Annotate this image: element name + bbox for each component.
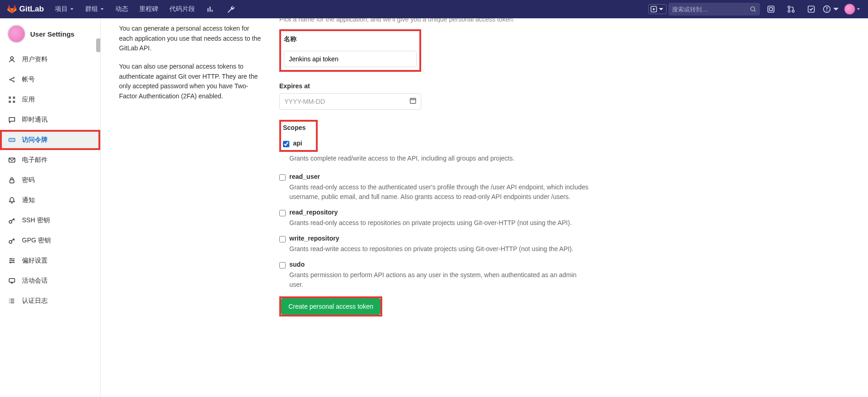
- calendar-icon[interactable]: [409, 97, 417, 106]
- avatar-icon: [844, 4, 855, 15]
- token-name-input[interactable]: [284, 51, 417, 67]
- sidebar-header[interactable]: User Settings: [0, 18, 100, 49]
- sidebar-item-label: 电子邮件: [22, 156, 48, 164]
- new-dropdown[interactable]: [648, 4, 667, 14]
- apps-icon: [8, 96, 16, 103]
- sidebar-item-label: 用户资料: [22, 55, 48, 64]
- sidebar-item-auth-log[interactable]: 认证日志: [0, 291, 100, 311]
- nav-activity[interactable]: 动态: [111, 0, 133, 18]
- scope-read-user-desc: Grants read-only access to the authentic…: [289, 182, 591, 201]
- list-icon: [8, 297, 16, 305]
- svg-point-10: [9, 79, 11, 80]
- help-dropdown[interactable]: [822, 0, 841, 18]
- svg-point-5: [788, 10, 790, 12]
- issues-link[interactable]: [762, 0, 780, 18]
- todos-link[interactable]: [802, 0, 820, 18]
- scopes-label: Scopes: [283, 124, 306, 131]
- sidebar-item-prefs[interactable]: 偏好设置: [0, 251, 100, 271]
- svg-rect-14: [13, 97, 15, 99]
- svg-rect-22: [10, 180, 14, 183]
- sidebar-item-label: 帐号: [22, 75, 35, 84]
- sidebar-item-chat[interactable]: 即时通讯: [0, 110, 100, 130]
- sidebar-item-label: 应用: [22, 96, 35, 104]
- scope-read-user-label[interactable]: read_user: [289, 173, 320, 180]
- sidebar-item-password[interactable]: 密码: [0, 170, 100, 190]
- sidebar-item-access-tokens[interactable]: 访问令牌: [0, 130, 100, 150]
- top-nav: GitLab 项目 群组 动态 里程碑 代码片段: [0, 0, 868, 18]
- sidebar-item-label: 通知: [22, 196, 35, 204]
- nav-snippets[interactable]: 代码片段: [165, 0, 200, 18]
- expires-input[interactable]: [279, 93, 421, 110]
- help-paragraph: You can also use personal access tokens …: [119, 62, 261, 102]
- nav-chart-icon[interactable]: [201, 0, 220, 18]
- sidebar-item-notifications[interactable]: 通知: [0, 190, 100, 210]
- key-icon: [8, 217, 16, 224]
- help-column: You can generate a personal access token…: [119, 18, 261, 397]
- global-search[interactable]: [668, 3, 760, 16]
- create-token-button[interactable]: Create personal access token: [281, 298, 380, 315]
- plus-icon: [651, 6, 657, 12]
- svg-point-1: [751, 7, 755, 11]
- search-input[interactable]: [672, 6, 750, 13]
- sidebar-item-profile[interactable]: 用户资料: [0, 49, 100, 70]
- form-intro: Pick a name for the application, and we'…: [279, 18, 591, 23]
- sidebar-item-label: 认证日志: [22, 297, 48, 305]
- chevron-down-icon: [832, 5, 840, 13]
- nav-project[interactable]: 项目: [50, 0, 79, 18]
- scope-read-user-checkbox[interactable]: [279, 174, 286, 181]
- chevron-down-icon: [70, 7, 74, 11]
- help-icon: [823, 5, 831, 13]
- nav-milestones[interactable]: 里程碑: [135, 0, 163, 18]
- scope-read-repository-label[interactable]: read_repository: [289, 209, 338, 216]
- scope-api-checkbox[interactable]: [283, 141, 289, 147]
- svg-point-26: [13, 260, 14, 262]
- scrollbar-thumb[interactable]: [96, 38, 101, 52]
- todo-icon: [807, 5, 815, 13]
- sidebar-item-gpg[interactable]: GPG 密钥: [0, 231, 100, 251]
- chevron-down-icon: [856, 7, 861, 11]
- user-icon: [8, 56, 16, 63]
- svg-point-29: [9, 299, 10, 300]
- scope-write-repository-checkbox[interactable]: [279, 236, 286, 242]
- scope-write-repository-label[interactable]: write_repository: [289, 235, 339, 242]
- scope-read-repository-desc: Grants read-only access to repositories …: [289, 218, 591, 227]
- sidebar-item-emails[interactable]: 电子邮件: [0, 150, 100, 170]
- scope-sudo-checkbox[interactable]: [279, 262, 286, 268]
- sidebar-item-label: 访问令牌: [22, 136, 48, 144]
- sidebar-item-ssh[interactable]: SSH 密钥: [0, 210, 100, 231]
- gitlab-logo[interactable]: GitLab: [7, 5, 49, 14]
- sidebar-item-account[interactable]: 帐号: [0, 70, 100, 90]
- brand-text: GitLab: [19, 5, 44, 14]
- scope-api-label[interactable]: api: [293, 139, 302, 147]
- scope-sudo-label[interactable]: sudo: [289, 261, 304, 268]
- scopes-annotation-box: Scopes api: [279, 120, 318, 152]
- svg-point-19: [11, 139, 12, 140]
- gitlab-logo-icon: [7, 5, 16, 14]
- svg-point-31: [9, 302, 10, 303]
- scope-read-repository-checkbox[interactable]: [279, 210, 286, 216]
- nav-admin-icon[interactable]: [222, 0, 240, 18]
- expires-label: Expires at: [279, 82, 310, 90]
- merge-requests-link[interactable]: [782, 0, 800, 18]
- sidebar-item-apps[interactable]: 应用: [0, 90, 100, 110]
- svg-point-20: [13, 139, 14, 140]
- avatar-icon: [7, 25, 26, 43]
- monitor-icon: [8, 277, 16, 284]
- chevron-down-icon: [658, 6, 664, 12]
- submit-annotation-box: Create personal access token: [279, 296, 382, 317]
- user-menu[interactable]: [842, 4, 861, 15]
- svg-rect-13: [9, 97, 11, 99]
- main-content: You can generate a personal access token…: [101, 18, 868, 397]
- gear-share-icon: [8, 76, 16, 83]
- key-icon: [8, 237, 16, 244]
- sidebar-item-label: 活动会话: [22, 277, 48, 285]
- svg-point-12: [13, 80, 15, 82]
- sliders-icon: [8, 257, 16, 264]
- help-paragraph: You can generate a personal access token…: [119, 24, 261, 54]
- svg-point-9: [11, 57, 13, 59]
- sidebar-item-sessions[interactable]: 活动会话: [0, 271, 100, 291]
- nav-group[interactable]: 群组: [81, 0, 109, 18]
- svg-point-30: [9, 300, 10, 301]
- svg-point-11: [13, 77, 15, 79]
- sidebar-title: User Settings: [30, 30, 75, 38]
